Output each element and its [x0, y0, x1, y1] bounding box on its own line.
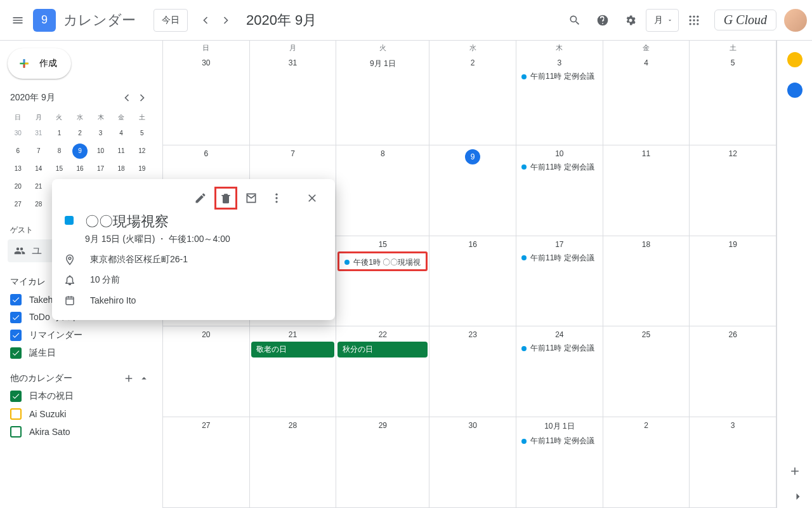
mini-day[interactable]: 14	[31, 161, 46, 177]
mini-day[interactable]: 8	[51, 144, 67, 159]
other-calendars-header[interactable]: 他のカレンダー	[10, 373, 150, 384]
collapse-icon[interactable]	[138, 373, 150, 384]
mini-day[interactable]: 30	[10, 126, 25, 141]
tasks-icon[interactable]	[787, 83, 802, 98]
timed-event[interactable]: 午前11時 定例会議	[518, 251, 601, 265]
timed-event[interactable]: 午前11時 定例会議	[518, 70, 601, 83]
day-cell[interactable]: 10月 1日午前11時 定例会議	[516, 417, 603, 508]
calendar-item[interactable]: Ai Suzuki	[10, 408, 152, 420]
mini-day[interactable]: 5	[134, 126, 150, 141]
day-cell[interactable]: 21敬老の日	[250, 326, 337, 417]
panel-chevron-icon[interactable]	[792, 490, 804, 503]
checkbox-icon[interactable]	[10, 426, 22, 438]
calendar-item[interactable]: Akira Sato	[10, 426, 152, 438]
day-cell[interactable]: 22秋分の日	[336, 326, 429, 417]
checkbox-icon[interactable]	[10, 312, 22, 323]
day-cell[interactable]: 26	[690, 326, 776, 417]
day-cell[interactable]: 5	[690, 55, 776, 145]
close-icon[interactable]	[301, 187, 324, 210]
mini-day[interactable]: 1	[51, 126, 67, 141]
day-cell[interactable]: 19	[690, 236, 776, 327]
mini-next-icon[interactable]	[134, 90, 150, 105]
timed-event[interactable]: 午後1時 〇〇現場視	[341, 256, 424, 269]
day-cell[interactable]: 28	[250, 417, 337, 508]
keep-icon[interactable]	[787, 52, 802, 67]
more-icon[interactable]	[265, 187, 288, 210]
checkbox-icon[interactable]	[10, 408, 22, 420]
day-cell[interactable]: 27	[163, 417, 250, 508]
mini-day[interactable]: 3	[93, 126, 108, 141]
day-cell[interactable]: 2	[429, 55, 516, 145]
day-cell[interactable]: 20	[163, 326, 250, 417]
checkbox-icon[interactable]	[10, 330, 22, 341]
mini-day[interactable]: 12	[134, 144, 150, 159]
mini-day[interactable]: 11	[114, 144, 129, 159]
mini-day[interactable]: 31	[31, 126, 46, 141]
apps-icon[interactable]	[681, 8, 707, 33]
day-cell[interactable]: 3午前11時 定例会議	[516, 55, 603, 145]
day-cell[interactable]: 8	[336, 145, 429, 236]
add-calendar-icon[interactable]	[123, 373, 134, 384]
day-cell[interactable]: 3	[690, 417, 776, 508]
timed-event[interactable]: 午前11時 定例会議	[518, 161, 601, 174]
mini-day[interactable]: 10	[93, 144, 108, 159]
avatar[interactable]	[784, 9, 807, 32]
day-cell[interactable]: 30	[163, 55, 250, 145]
mini-day[interactable]: 28	[31, 197, 46, 212]
day-cell[interactable]: 15午後1時 〇〇現場視	[336, 236, 429, 327]
checkbox-icon[interactable]	[10, 294, 22, 305]
edit-icon[interactable]	[189, 187, 212, 210]
search-icon[interactable]	[562, 8, 587, 33]
calendar-item[interactable]: リマインダー	[10, 330, 152, 341]
day-cell[interactable]: 24午前11時 定例会議	[516, 326, 603, 417]
mini-day[interactable]: 15	[51, 161, 67, 177]
help-icon[interactable]	[590, 8, 615, 33]
mini-day[interactable]: 9	[72, 144, 88, 159]
mini-day[interactable]: 17	[93, 161, 108, 177]
day-cell[interactable]: 9	[429, 145, 516, 236]
day-cell[interactable]: 4	[603, 55, 690, 145]
mini-day[interactable]: 20	[10, 179, 25, 194]
timed-event[interactable]: 午前11時 定例会議	[518, 434, 601, 448]
next-icon[interactable]	[216, 10, 236, 30]
day-cell[interactable]: 16	[429, 236, 516, 327]
day-cell[interactable]: 12	[690, 145, 776, 236]
mini-day[interactable]: 27	[10, 197, 25, 212]
calendar-item[interactable]: 誕生日	[10, 347, 152, 359]
prev-icon[interactable]	[195, 10, 216, 30]
timed-event[interactable]: 午前11時 定例会議	[518, 342, 601, 355]
view-selector[interactable]: 月	[646, 9, 679, 32]
account-brand[interactable]: G Cloud	[714, 10, 776, 30]
day-cell[interactable]: 9月 1日	[336, 55, 429, 145]
mini-day[interactable]: 4	[114, 126, 129, 141]
day-cell[interactable]: 29	[336, 417, 429, 508]
mini-day[interactable]: 21	[31, 179, 46, 194]
mini-day[interactable]: 7	[31, 144, 46, 159]
day-cell[interactable]: 30	[429, 417, 516, 508]
allday-event[interactable]: 秋分の日	[337, 342, 428, 358]
calendar-item[interactable]: 日本の祝日	[10, 391, 152, 402]
mini-day[interactable]: 16	[72, 161, 88, 177]
today-button[interactable]: 今日	[154, 9, 188, 32]
day-cell[interactable]: 18	[603, 236, 690, 327]
day-cell[interactable]: 23	[429, 326, 516, 417]
menu-icon[interactable]	[5, 8, 30, 33]
create-button[interactable]: 作成	[8, 48, 71, 79]
checkbox-icon[interactable]	[10, 391, 22, 402]
add-panel-icon[interactable]	[789, 465, 801, 478]
delete-icon[interactable]	[214, 187, 237, 210]
mini-day[interactable]: 13	[10, 161, 25, 177]
mini-day[interactable]: 6	[10, 144, 25, 159]
mini-day[interactable]: 19	[134, 161, 150, 177]
mail-icon[interactable]	[240, 187, 263, 210]
day-cell[interactable]: 25	[603, 326, 690, 417]
day-cell[interactable]: 11	[603, 145, 690, 236]
day-cell[interactable]: 31	[250, 55, 337, 145]
settings-icon[interactable]	[618, 8, 643, 33]
allday-event[interactable]: 敬老の日	[251, 342, 335, 358]
mini-day[interactable]: 18	[114, 161, 129, 177]
mini-day[interactable]: 2	[72, 126, 88, 141]
checkbox-icon[interactable]	[10, 347, 22, 359]
day-cell[interactable]: 10午前11時 定例会議	[516, 145, 603, 236]
day-cell[interactable]: 2	[603, 417, 690, 508]
